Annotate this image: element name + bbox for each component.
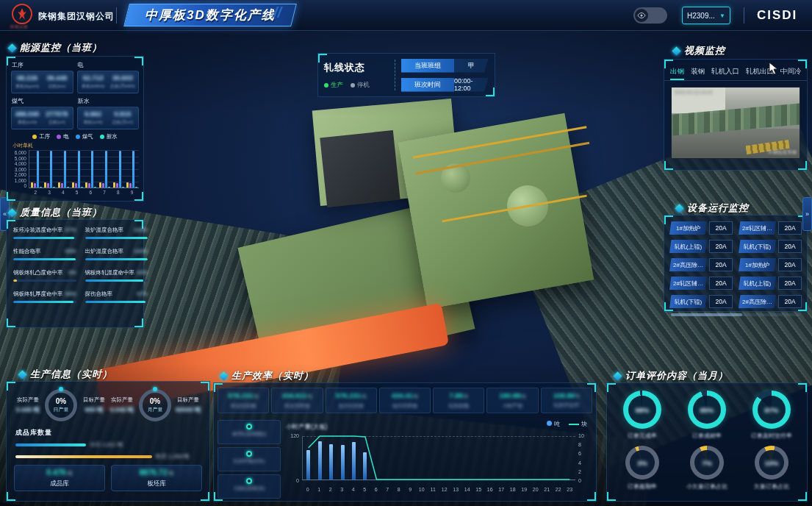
- order-donut-cell: 98%订单完成率: [623, 391, 661, 440]
- energy-value-cell: 30.603总耗(万kWh): [108, 74, 137, 90]
- legend-dot-icon: [57, 135, 61, 139]
- efficiency-panel-title: 生产效率（实时）: [220, 369, 314, 382]
- quality-progress-track: [85, 237, 148, 239]
- video-tab-1[interactable]: 装钢: [691, 67, 705, 80]
- hour-tick: 19: [519, 487, 531, 492]
- equipment-panel-title: 设备运行监控: [676, 202, 749, 215]
- left-tick: 120: [284, 433, 299, 438]
- legend-label: 电: [63, 133, 69, 140]
- hour-tick: 13: [450, 487, 462, 492]
- kpi-card: 434.41吨当日坯料量: [379, 388, 431, 413]
- video-panel: 出钢装钢轧机入口轧机出口中间冷电动辊 2023-09-13 10:42 出钢辊道…: [664, 59, 808, 171]
- bar-group: [99, 150, 110, 188]
- kpi-label: 班次坯料量: [273, 402, 321, 410]
- bar: [53, 187, 55, 188]
- bar: [102, 183, 104, 188]
- equipment-name: 1#加热炉: [739, 258, 776, 271]
- equipment-grid: 1#加热炉20A2#轧区辅…20A轧机(上辊)20A轧机(下辊)20A2#高压除…: [669, 221, 802, 308]
- order-donut-percent: 7%: [702, 459, 712, 467]
- energy-unit: 总耗(m³): [42, 119, 71, 126]
- video-tab-4[interactable]: 中间冷: [780, 67, 802, 80]
- energy-group-label: 电: [78, 61, 140, 69]
- energy-value: 39.449: [42, 74, 71, 82]
- quality-percent: 96%: [65, 291, 76, 298]
- video-feed[interactable]: 2023-09-13 10:42 出钢辊道东侧: [671, 87, 800, 159]
- equipment-scrollbar[interactable]: [671, 313, 800, 316]
- video-tab-0[interactable]: 出钢: [670, 67, 684, 80]
- stock-bar: [15, 455, 152, 458]
- bar: [75, 183, 77, 188]
- kpi-label: 轧机作业率: [542, 402, 591, 409]
- equipment-value: 20A: [709, 277, 733, 290]
- energy-bar-chart: 6,0005,0004,0003,0002,0001,0000 23456789: [11, 150, 139, 195]
- kpi-value: 434.41吨: [381, 391, 429, 400]
- legend-dot-icon: [76, 135, 80, 139]
- scrollbar-thumb[interactable]: [671, 313, 742, 316]
- legend-label: 工序: [39, 133, 50, 140]
- right-tick: 2: [578, 469, 589, 474]
- plan-selector-dropdown[interactable]: H2309... ▼: [682, 7, 730, 24]
- quality-item: 探伤合格率97%: [85, 291, 148, 303]
- energy-chart-legend: 工序电煤气新水: [11, 133, 139, 140]
- video-tab-2[interactable]: 轧机入口: [711, 67, 739, 80]
- flame-icon: [17, 8, 27, 20]
- energy-group-card: 486.040单耗(m³/t)277578总耗(m³): [11, 107, 73, 129]
- stock-box-unit: 吨: [168, 471, 173, 476]
- y-tick-label: 2,000: [11, 172, 26, 177]
- hour-tick: 10: [416, 487, 428, 492]
- equipment-name: 2#高压除…: [739, 295, 776, 308]
- rolling-status-panel: 轧线状态 生产停机 当班班组甲班次时间00:00-12:00: [317, 53, 495, 97]
- energy-panel-title-text: 能源监控（当班）: [20, 41, 102, 54]
- kpi-unit: 吨: [254, 393, 259, 399]
- quality-label: 板坯冷装温度命中率: [13, 227, 63, 234]
- order-donut-label: 订单及时交付率: [751, 432, 792, 440]
- equipment-value: 20A: [709, 295, 733, 308]
- bar: [34, 183, 36, 188]
- order-donut-cell: 87%订单及时交付率: [751, 391, 792, 440]
- bar: [40, 187, 42, 188]
- equipment-item: 2#轧区辅…20A: [739, 221, 802, 235]
- hour-tick: 14: [461, 487, 473, 492]
- equipment-value: 20A: [709, 221, 733, 235]
- order-donut: 87%: [752, 391, 791, 429]
- energy-value-cell: 52.713单耗(kWh/t): [79, 74, 108, 90]
- bar: [67, 187, 69, 188]
- bar: [44, 182, 46, 188]
- right-collapse-tab[interactable]: »: [802, 197, 812, 231]
- equipment-item: 轧机(上辊)20A: [669, 240, 733, 253]
- quality-label: 钢板终轧温度命中率: [85, 269, 135, 277]
- stock-bars: 今日 1,011 吨昨天 1,253 吨: [14, 441, 202, 460]
- order-donut-percent: 3%: [637, 459, 647, 467]
- production-panel: 实际产量0.045 吨0%日产量目标产量900 吨实际产量0.045 吨0%月产…: [6, 381, 210, 502]
- equipment-item: 2#高压除…20A: [739, 295, 802, 308]
- chevron-down-icon: ▼: [719, 13, 725, 19]
- bar: [108, 187, 110, 188]
- quality-label: 钢板终轧凸度命中率: [13, 269, 63, 277]
- quality-percent: 97%: [137, 291, 148, 298]
- stock-section-title: 成品库数量: [15, 428, 202, 438]
- order-donut-hole: 98%: [628, 396, 656, 424]
- company-logo-caption: 陕钢汉钢: [10, 24, 28, 29]
- quality-progress-fill: [13, 279, 17, 282]
- efficiency-side-card: 当前轧制量(块): [218, 474, 281, 499]
- order-donut: 95%: [688, 391, 726, 429]
- quality-percent: 3%: [68, 269, 76, 277]
- stock-box-value: 8876.72吨: [140, 468, 174, 477]
- stock-bar-row: 昨天 1,253 吨: [15, 453, 202, 460]
- quality-label: 探伤合格率: [85, 291, 113, 298]
- kpi-card: 7.88块轧制块数: [433, 388, 484, 413]
- legend-item: 新水: [100, 133, 118, 140]
- right-tick: 4: [578, 460, 589, 466]
- target-output-value: 50000 吨: [174, 406, 202, 415]
- quality-progress-fill: [13, 237, 74, 239]
- equipment-value: 20A: [778, 240, 802, 253]
- energy-chart-y-axis: 6,0005,0004,0003,0002,0001,0000: [11, 150, 29, 188]
- quality-progress-track: [13, 301, 76, 303]
- hourly-output-chart: [302, 436, 575, 480]
- energy-value: 6.662: [79, 110, 108, 118]
- hourly-chart-line: [303, 436, 575, 480]
- bar: [126, 182, 129, 188]
- visibility-toggle[interactable]: [633, 7, 667, 24]
- hourly-legend-label: 吨: [554, 421, 560, 427]
- hourly-chart-left-axis: 1200: [284, 433, 299, 483]
